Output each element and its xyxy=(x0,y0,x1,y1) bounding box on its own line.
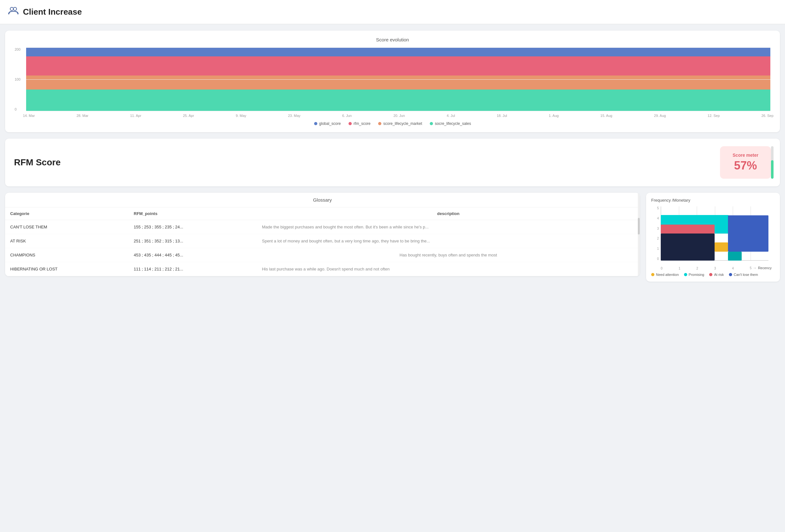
scrollbar-track[interactable] xyxy=(638,193,640,276)
page-title: Client Increase xyxy=(23,7,82,17)
table-row: CHAMPIONS 453 ; 435 ; 444 ; 445 ; 45... … xyxy=(5,248,640,262)
block-red xyxy=(661,225,715,233)
score-evolution-card: Score evolution 200 100 0 xyxy=(5,31,780,132)
score-meter-label: Score meter xyxy=(733,153,759,158)
col-categorie: Categorie xyxy=(5,207,129,220)
score-evolution-title: Score evolution xyxy=(11,37,774,42)
legend-lifecycle-sales: socre_lifecycle_sales xyxy=(430,121,471,126)
recency-label: Recency xyxy=(758,266,771,270)
cell-desc-2: Has bought recently, buys often and spen… xyxy=(257,248,640,262)
legend-dot-market xyxy=(378,122,381,125)
block-blue xyxy=(728,216,768,251)
freq-chart-card: Frequency /Monetary 5 4 3 2 1 0 xyxy=(646,193,780,282)
legend-dot-need-attention xyxy=(651,273,654,276)
legend-promising: Promising xyxy=(684,273,704,277)
legend-dot-sales xyxy=(430,122,433,125)
legend-cant-lose: Can't lose them xyxy=(729,273,758,277)
score-meter-fill xyxy=(771,160,774,179)
legend-dot-global xyxy=(314,122,317,125)
cell-categorie-3: HIBERNATING OR LOST xyxy=(5,262,129,276)
table-header-row: Categorie RFM_points description xyxy=(5,207,640,220)
table-row: CAN'T LOSE THEM 155 ; 253 ; 355 ; 235 ; … xyxy=(5,220,640,234)
col-rfm-points: RFM_points xyxy=(129,207,257,220)
glossary-card: Glossary Categorie RFM_points descriptio… xyxy=(5,193,640,276)
block-dark-navy xyxy=(661,233,715,260)
bottom-row: Glossary Categorie RFM_points descriptio… xyxy=(5,193,780,282)
segment-lifecycle-market xyxy=(26,76,770,90)
glossary-table: Categorie RFM_points description CAN'T L… xyxy=(5,207,640,276)
col-description: description xyxy=(257,207,640,220)
cell-rfm-1: 251 ; 351 ; 352 ; 315 ; 13... xyxy=(129,234,257,248)
cell-desc-0: Made the biggest purchases and bought th… xyxy=(257,220,640,234)
glossary-title: Glossary xyxy=(5,193,640,207)
freq-chart-title: Frequency /Monetary xyxy=(651,198,775,203)
block-gold xyxy=(715,243,728,251)
legend-at-risk: At risk xyxy=(709,273,724,277)
cell-categorie-1: AT RISK xyxy=(5,234,129,248)
legend-rfm-score: rfm_score xyxy=(349,121,371,126)
cell-desc-3: His last purchase was a while ago. Doesn… xyxy=(257,262,640,276)
cell-rfm-3: 111 ; 114 ; 211 ; 212 ; 21... xyxy=(129,262,257,276)
cell-desc-1: Spent a lot of money and bought often, b… xyxy=(257,234,640,248)
legend-lifecycle-market: score_lifecycle_market xyxy=(378,121,422,126)
legend-need-attention: Need attention xyxy=(651,273,679,277)
cell-categorie-0: CAN'T LOSE THEM xyxy=(5,220,129,234)
legend-global-score: global_score xyxy=(314,121,341,126)
score-meter-value: 57% xyxy=(734,159,757,172)
segment-rfm-score xyxy=(26,56,770,76)
cell-rfm-2: 453 ; 435 ; 444 ; 445 ; 45... xyxy=(129,248,257,262)
rfm-score-title: RFM Score xyxy=(14,157,60,168)
main-content: Score evolution 200 100 0 xyxy=(0,24,785,288)
legend-dot-rfm xyxy=(349,122,352,125)
rfm-score-card: RFM Score Score meter 57% xyxy=(5,138,780,186)
freq-chart-legend: Need attention Promising At risk Can't l… xyxy=(651,273,775,277)
x-axis-labels: 14. Mar 28. Mar 11. Apr 25. Apr 9. May 2… xyxy=(11,114,774,118)
legend-dot-cant-lose xyxy=(729,273,732,276)
score-meter-bar xyxy=(771,146,774,179)
legend-dot-at-risk xyxy=(709,273,712,276)
freq-chart-area: 5 4 3 2 1 0 xyxy=(651,206,775,270)
app-header: Client Increase xyxy=(0,0,785,24)
freq-chart-inner xyxy=(661,206,768,260)
table-row: AT RISK 251 ; 351 ; 352 ; 315 ; 13... Sp… xyxy=(5,234,640,248)
cell-rfm-0: 155 ; 253 ; 355 ; 235 ; 24... xyxy=(129,220,257,234)
segment-global-score xyxy=(26,48,770,56)
score-meter-box: Score meter 57% xyxy=(720,146,771,179)
score-evolution-chart: 200 100 0 xyxy=(15,48,770,111)
header-icon xyxy=(8,5,19,19)
freq-x-axis: 0 1 2 3 4 5 → Recency xyxy=(661,262,771,270)
y-axis-labels: 200 100 0 xyxy=(15,48,24,111)
scrollbar-thumb[interactable] xyxy=(638,218,640,234)
segment-lifecycle-sales xyxy=(26,90,770,111)
legend-dot-promising xyxy=(684,273,687,276)
chart-container xyxy=(26,48,770,111)
table-row: HIBERNATING OR LOST 111 ; 114 ; 211 ; 21… xyxy=(5,262,640,276)
freq-y-axis: 5 4 3 2 1 0 xyxy=(651,206,660,260)
svg-point-0 xyxy=(10,7,14,10)
block-teal-small xyxy=(728,252,741,260)
recency-arrow: → xyxy=(753,266,757,270)
chart-legend: global_score rfm_score score_lifecycle_m… xyxy=(11,121,774,126)
cell-categorie-2: CHAMPIONS xyxy=(5,248,129,262)
svg-point-1 xyxy=(14,7,17,10)
